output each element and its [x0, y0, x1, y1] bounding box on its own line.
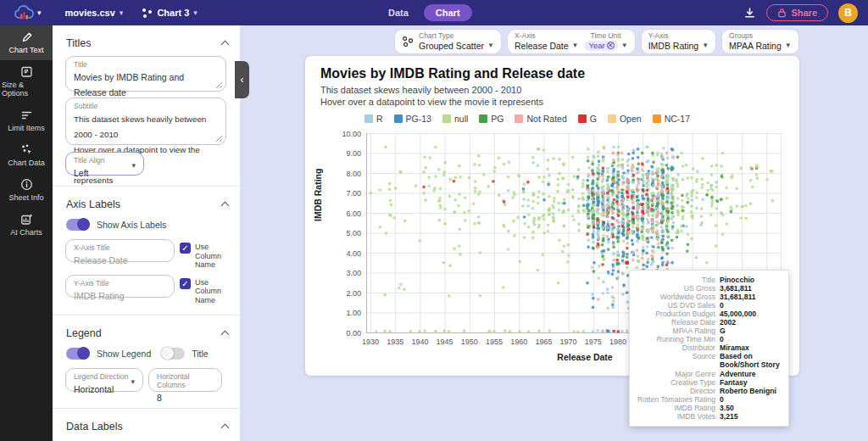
scatter-point[interactable] [645, 239, 648, 242]
scatter-point[interactable] [434, 330, 437, 332]
scatter-point[interactable] [726, 187, 728, 189]
scatter-point[interactable] [681, 199, 683, 202]
scatter-point[interactable] [690, 192, 693, 194]
scatter-point[interactable] [699, 224, 702, 226]
scatter-point[interactable] [409, 330, 412, 332]
scatter-point[interactable] [632, 226, 634, 228]
scatter-point[interactable] [464, 219, 466, 221]
scatter-point[interactable] [626, 169, 629, 171]
scatter-point[interactable] [671, 177, 674, 180]
scatter-point[interactable] [603, 146, 605, 148]
scatter-point[interactable] [617, 225, 620, 227]
scatter-point[interactable] [700, 215, 703, 217]
scatter-point[interactable] [710, 202, 713, 204]
scatter-point[interactable] [715, 224, 717, 226]
scatter-point[interactable] [696, 170, 698, 173]
scatter-point[interactable] [632, 202, 634, 204]
scatter-point[interactable] [617, 271, 620, 273]
scatter-point[interactable] [670, 261, 673, 264]
scatter-point[interactable] [518, 330, 520, 332]
scatter-point[interactable] [671, 226, 674, 228]
scatter-point[interactable] [464, 196, 466, 198]
scatter-point[interactable] [661, 248, 664, 250]
scatter-point[interactable] [418, 240, 420, 243]
scatter-point[interactable] [399, 283, 402, 286]
scatter-point[interactable] [660, 241, 663, 243]
resize-handle-icon[interactable] [215, 135, 222, 142]
scatter-point[interactable] [616, 276, 619, 278]
scatter-point[interactable] [571, 156, 574, 159]
scatter-point[interactable] [613, 198, 615, 201]
scatter-point[interactable] [479, 251, 481, 254]
scatter-point[interactable] [558, 239, 560, 242]
scatter-point[interactable] [660, 153, 663, 155]
scatter-point[interactable] [646, 265, 648, 268]
scatter-point[interactable] [657, 238, 659, 241]
scatter-point[interactable] [666, 231, 669, 233]
scatter-point[interactable] [651, 198, 654, 200]
scatter-point[interactable] [721, 175, 723, 177]
sidebar-item-chart-text[interactable]: Chart Text [0, 25, 53, 60]
scatter-point[interactable] [596, 210, 598, 213]
scatter-point[interactable] [626, 253, 628, 255]
scatter-point[interactable] [647, 176, 649, 178]
scatter-point[interactable] [572, 219, 575, 221]
scatter-point[interactable] [442, 261, 445, 264]
scatter-point[interactable] [504, 329, 506, 332]
scatter-point[interactable] [543, 232, 546, 234]
scatter-point[interactable] [598, 172, 600, 175]
scatter-point[interactable] [612, 259, 615, 261]
scatter-point[interactable] [626, 242, 629, 244]
scatter-point[interactable] [711, 199, 714, 202]
scatter-point[interactable] [715, 181, 718, 183]
scatter-point[interactable] [691, 194, 693, 197]
scatter-point[interactable] [571, 215, 574, 217]
scatter-point[interactable] [567, 243, 570, 246]
scatter-point[interactable] [661, 156, 664, 159]
scatter-point[interactable] [443, 208, 446, 210]
scatter-point[interactable] [390, 204, 392, 206]
scatter-point[interactable] [617, 228, 620, 231]
legend-item-nc-17[interactable]: NC-17 [653, 114, 690, 124]
scatter-point[interactable] [660, 218, 663, 220]
scatter-point[interactable] [643, 264, 645, 266]
scatter-point[interactable] [621, 271, 624, 274]
scatter-point[interactable] [616, 193, 619, 195]
scatter-point[interactable] [632, 218, 634, 220]
scatter-point[interactable] [736, 205, 738, 208]
scatter-point[interactable] [597, 155, 599, 158]
scatter-point[interactable] [632, 164, 634, 166]
scatter-point[interactable] [715, 207, 718, 209]
scatter-point[interactable] [657, 199, 659, 202]
scatter-point[interactable] [682, 165, 684, 167]
scatter-point[interactable] [622, 204, 625, 206]
scatter-point[interactable] [682, 178, 684, 181]
scatter-point[interactable] [587, 239, 589, 242]
scatter-point[interactable] [691, 217, 693, 220]
scatter-point[interactable] [601, 255, 604, 258]
scatter-point[interactable] [666, 176, 669, 179]
scatter-point[interactable] [631, 170, 633, 172]
scatter-point[interactable] [608, 209, 610, 211]
scatter-point[interactable] [637, 167, 639, 170]
scatter-point[interactable] [661, 238, 664, 241]
scatter-point[interactable] [676, 210, 679, 213]
scatter-point[interactable] [542, 181, 544, 183]
panel-collapse-button[interactable]: ‹ [235, 61, 249, 98]
scatter-point[interactable] [459, 228, 461, 231]
y-axis-title-input[interactable]: Y-Axis Title IMDB Rating [65, 275, 175, 298]
scatter-point[interactable] [749, 166, 752, 169]
scatter-point[interactable] [587, 159, 589, 162]
scatter-point[interactable] [523, 183, 526, 186]
scatter-point[interactable] [626, 190, 628, 193]
scatter-point[interactable] [518, 175, 520, 177]
scatter-point[interactable] [428, 185, 431, 187]
scatter-point[interactable] [660, 231, 663, 233]
scatter-point[interactable] [647, 198, 649, 201]
scatter-point[interactable] [438, 199, 441, 202]
scatter-point[interactable] [607, 220, 609, 223]
scatter-point[interactable] [657, 192, 659, 194]
scatter-point[interactable] [553, 220, 555, 222]
scatter-point[interactable] [553, 197, 555, 199]
scatter-point[interactable] [448, 195, 451, 198]
